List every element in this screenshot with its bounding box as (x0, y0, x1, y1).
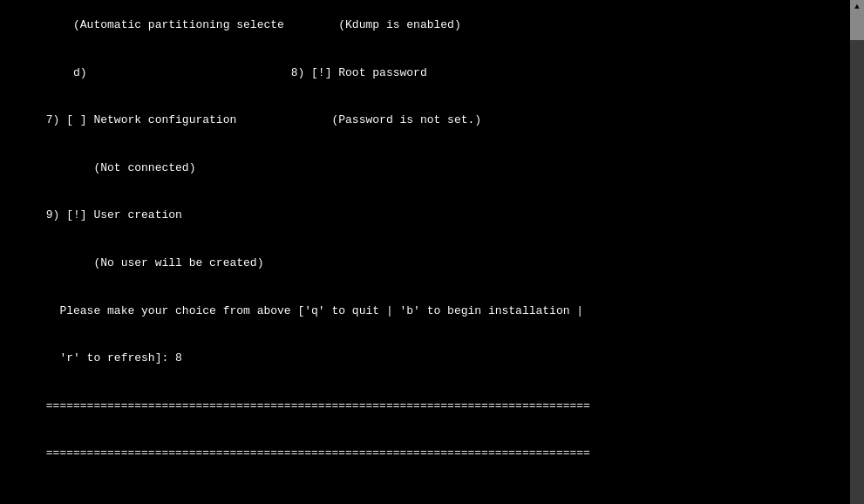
terminal-line-6: (No user will be created) (46, 256, 264, 269)
terminal-window: (Automatic partitioning selecte (Kdump i… (0, 0, 864, 504)
terminal-separator-1: ========================================… (46, 399, 590, 412)
scroll-up-button[interactable]: ▲ (850, 0, 864, 14)
terminal-line-7: Please make your choice from above ['q' … (46, 304, 583, 317)
terminal-line-8: 'r' to refresh]: 8 (46, 351, 182, 364)
terminal-line-5: 9) [!] User creation (46, 208, 182, 221)
scroll-handle[interactable] (850, 14, 864, 40)
terminal-line-3: 7) [ ] Network configuration (Password i… (46, 113, 481, 126)
terminal-output: (Automatic partitioning selecte (Kdump i… (0, 0, 850, 504)
terminal-container: (Automatic partitioning selecte (Kdump i… (0, 0, 864, 504)
terminal-line-4: (Not connected) (46, 161, 196, 174)
terminal-separator-2: ========================================… (46, 446, 590, 460)
terminal-line-2: d) 8) [!] Root password (46, 66, 427, 79)
scrollbar[interactable]: ▲ ▼ (850, 0, 864, 504)
scroll-track[interactable] (850, 14, 864, 504)
terminal-line-1: (Automatic partitioning selecte (Kdump i… (46, 18, 461, 31)
